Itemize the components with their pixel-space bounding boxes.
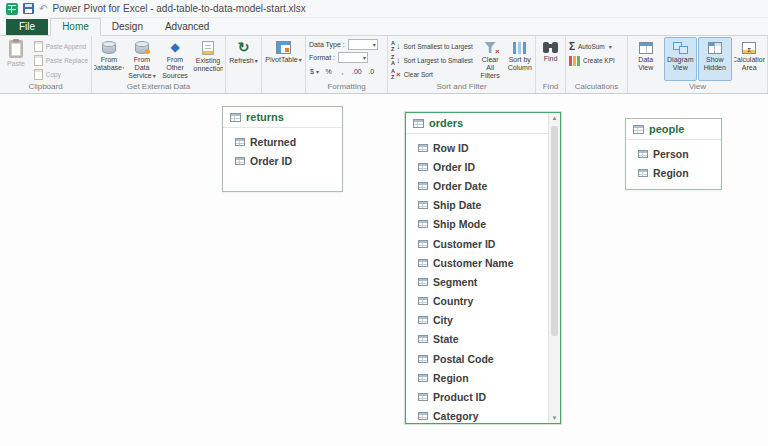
data-type-dropdown[interactable]: ▾ (348, 39, 378, 50)
from-other-sources-button[interactable]: ◆ From Other Sources (159, 37, 191, 81)
thousands-separator-button[interactable]: , (337, 65, 348, 77)
diagram-view-button[interactable]: Diagram View (664, 37, 698, 81)
paste-button[interactable]: Paste (1, 37, 31, 81)
field-icon (235, 157, 245, 165)
field-name: Postal Code (433, 353, 494, 365)
table-card-returns[interactable]: returnsReturnedOrder ID (222, 106, 343, 192)
field-row[interactable]: Ship Mode (406, 215, 547, 234)
calculation-area-button[interactable]: Σ Calculation Area (733, 37, 767, 81)
tab-advanced[interactable]: Advanced (154, 19, 220, 35)
group-label-pivottable (262, 81, 305, 93)
refresh-icon: ↻ (238, 40, 250, 55)
table-header[interactable]: orders (406, 113, 560, 134)
field-row[interactable]: Person (626, 144, 721, 163)
autosum-button[interactable]: Σ AutoSum ▾ (567, 40, 617, 53)
table-header[interactable]: people (626, 119, 721, 140)
field-icon (235, 138, 245, 146)
copy-button[interactable]: Copy (32, 68, 90, 81)
data-view-button[interactable]: Data View (629, 37, 663, 81)
group-label-refresh (226, 81, 261, 93)
from-database-button[interactable]: From Database▾ (93, 37, 125, 81)
field-row[interactable]: Region (626, 163, 721, 182)
existing-connections-button[interactable]: Existing Connections (192, 37, 224, 81)
field-row[interactable]: Customer ID (406, 234, 547, 253)
field-name: Order ID (250, 155, 292, 167)
diagram-canvas[interactable]: returnsReturnedOrder IDordersRow IDOrder… (0, 94, 768, 446)
sort-smallest-label: Sort Smallest to Largest (403, 43, 472, 50)
field-row[interactable]: Postal Code (406, 349, 547, 368)
field-icon (418, 144, 428, 152)
find-button[interactable]: Find (537, 37, 564, 81)
find-icon (543, 42, 558, 53)
pivottable-button[interactable]: PivotTable▾ (263, 37, 304, 81)
field-icon (418, 297, 428, 305)
field-row[interactable]: Region (406, 368, 547, 387)
percent-format-button[interactable]: % (323, 65, 334, 77)
existing-connections-label: Existing Connections (192, 57, 224, 73)
group-pivottable: PivotTable▾ (262, 36, 306, 93)
table-name: orders (429, 117, 463, 129)
field-icon (418, 393, 428, 401)
table-card-people[interactable]: peoplePersonRegion (625, 118, 722, 190)
scroll-up-button[interactable]: ▲ (552, 114, 558, 122)
dropdown-arrow-icon: ▾ (609, 43, 612, 50)
field-name: Returned (250, 136, 296, 148)
field-name: City (433, 314, 453, 326)
decrease-decimal-button[interactable]: .0 (366, 65, 377, 77)
clear-sort-label: Clear Sort (404, 71, 433, 78)
field-icon (418, 335, 428, 343)
field-row[interactable]: Row ID (406, 138, 547, 157)
field-row[interactable]: Order ID (223, 151, 342, 170)
scroll-down-button[interactable]: ▼ (552, 414, 558, 422)
data-view-icon (639, 42, 653, 54)
save-icon[interactable] (23, 3, 34, 14)
ribbon-tabs: File Home Design Advanced (0, 18, 768, 36)
field-icon (418, 182, 428, 190)
ribbon: Paste Paste Append Paste Replace Copy Cl… (0, 36, 768, 94)
field-row[interactable]: Order Date (406, 176, 547, 195)
sort-largest-to-smallest-button[interactable]: ZA↓ Sort Largest to Smallest (389, 54, 475, 67)
paste-replace-button[interactable]: Paste Replace (32, 54, 90, 67)
format-dropdown[interactable]: ▾ (338, 52, 368, 63)
field-name: Ship Mode (433, 218, 486, 230)
currency-format-button[interactable]: $▾ (309, 65, 320, 77)
clear-sort-button[interactable]: AZ× Clear Sort (389, 68, 475, 81)
increase-decimal-button[interactable]: .00 (351, 65, 363, 77)
paste-replace-label: Paste Replace (46, 57, 88, 64)
clear-filters-icon: × (484, 42, 497, 54)
field-row[interactable]: Product ID (406, 387, 547, 406)
field-icon (418, 316, 428, 324)
undo-icon[interactable]: ↶ (39, 4, 47, 14)
tab-file[interactable]: File (6, 19, 48, 35)
show-hidden-button[interactable]: Show Hidden (698, 37, 732, 81)
field-row[interactable]: Segment (406, 272, 547, 291)
field-row[interactable]: Returned (223, 132, 342, 151)
connections-icon (202, 41, 214, 55)
table-scrollbar[interactable]: ▲▼ (548, 113, 560, 423)
field-row[interactable]: State (406, 330, 547, 349)
field-row[interactable]: Order ID (406, 157, 547, 176)
dropdown-arrow-icon: ▾ (299, 57, 302, 63)
sort-by-column-button[interactable]: Sort by Column (505, 37, 534, 81)
field-row[interactable]: Country (406, 292, 547, 311)
group-get-external-data: From Database▾ From Data Service▾ ◆ From… (92, 36, 226, 93)
paste-append-button[interactable]: Paste Append (32, 40, 90, 53)
clear-sort-icon: AZ× (391, 69, 401, 80)
data-view-label: Data View (631, 56, 661, 72)
table-header[interactable]: returns (223, 107, 342, 128)
scroll-thumb[interactable] (551, 126, 558, 336)
field-row[interactable]: Customer Name (406, 253, 547, 272)
table-card-orders[interactable]: ordersRow IDOrder IDOrder DateShip DateS… (405, 112, 561, 424)
field-row[interactable]: Category (406, 407, 547, 426)
field-row[interactable]: City (406, 311, 547, 330)
from-data-service-button[interactable]: From Data Service▾ (126, 37, 158, 81)
refresh-button[interactable]: ↻ Refresh▾ (227, 37, 260, 81)
sort-smallest-to-largest-button[interactable]: AZ↓ Sort Smallest to Largest (389, 40, 475, 53)
group-label-formatting: Formatting (306, 81, 387, 93)
create-kpi-button[interactable]: Create KPI (567, 54, 617, 67)
field-row[interactable]: Ship Date (406, 196, 547, 215)
clear-all-filters-button[interactable]: × Clear All Filters (476, 37, 505, 81)
tab-design[interactable]: Design (101, 19, 154, 35)
clipboard-icon (9, 40, 23, 58)
tab-home[interactable]: Home (50, 18, 101, 36)
